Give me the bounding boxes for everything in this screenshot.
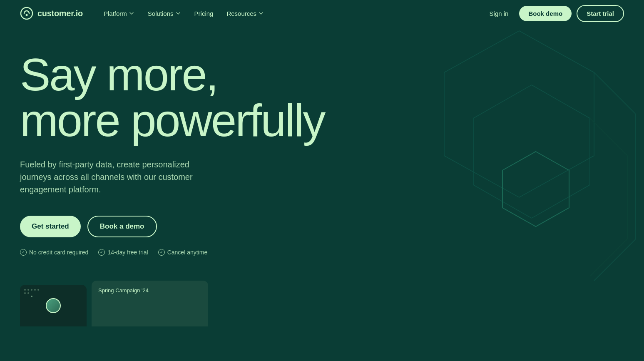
preview-card-dark [20, 285, 87, 326]
svg-point-1 [26, 14, 28, 16]
svg-point-9 [24, 292, 26, 294]
svg-point-7 [31, 289, 32, 291]
sign-in-button[interactable]: Sign in [484, 7, 515, 20]
nav-left: customer.io Platform Solutions Pricing R… [20, 7, 270, 20]
resources-chevron-icon [258, 10, 264, 16]
nav-solutions[interactable]: Solutions [142, 7, 187, 20]
check-icon-1 [20, 249, 27, 256]
solutions-chevron-icon [175, 10, 181, 16]
svg-marker-4 [502, 152, 569, 227]
svg-marker-3 [473, 85, 590, 218]
book-demo-hero-button[interactable]: Book a demo [87, 216, 157, 237]
nav-platform[interactable]: Platform [98, 7, 140, 20]
svg-point-0 [21, 7, 32, 19]
nav-pricing[interactable]: Pricing [189, 7, 219, 20]
hero-content: Say more, more powerfully Fueled by firs… [20, 52, 378, 256]
hero-badges: No credit card required 14-day free tria… [20, 249, 378, 256]
book-demo-button[interactable]: Book demo [519, 6, 572, 21]
nav-links: Platform Solutions Pricing Resources [98, 7, 270, 20]
svg-point-10 [27, 292, 29, 294]
get-started-button[interactable]: Get started [20, 216, 81, 237]
nav-right: Sign in Book demo Start trial [484, 5, 624, 22]
badge-no-credit-card: No credit card required [20, 249, 88, 256]
svg-point-11 [31, 296, 32, 297]
start-trial-button[interactable]: Start trial [577, 5, 624, 22]
svg-point-6 [27, 289, 29, 291]
svg-point-5 [24, 289, 26, 291]
preview-card-campaign: Spring Campaign '24 [92, 281, 208, 326]
hero-buttons: Get started Book a demo [20, 216, 378, 237]
dot-pattern [23, 288, 57, 305]
navbar: customer.io Platform Solutions Pricing R… [0, 0, 644, 27]
logo-icon [20, 7, 33, 20]
badge-cancel-anytime: Cancel anytime [158, 249, 208, 256]
logo[interactable]: customer.io [20, 7, 83, 20]
bottom-preview: Spring Campaign '24 [20, 281, 208, 326]
logo-text: customer.io [37, 9, 83, 18]
badge-free-trial: 14-day free trial [98, 249, 148, 256]
hero-section: Say more, more powerfully Fueled by firs… [0, 27, 644, 326]
geometric-decoration [353, 27, 644, 326]
svg-point-8 [34, 289, 36, 291]
hero-shapes [353, 27, 644, 326]
hero-subtitle: Fueled by first-party data, create perso… [20, 158, 220, 196]
check-icon-3 [158, 249, 165, 256]
svg-point-12 [37, 289, 39, 291]
platform-chevron-icon [129, 10, 134, 16]
nav-resources[interactable]: Resources [221, 7, 270, 20]
svg-marker-2 [444, 31, 594, 197]
check-icon-2 [98, 249, 105, 256]
hero-title: Say more, more powerfully [20, 52, 378, 143]
campaign-label: Spring Campaign '24 [98, 287, 201, 294]
